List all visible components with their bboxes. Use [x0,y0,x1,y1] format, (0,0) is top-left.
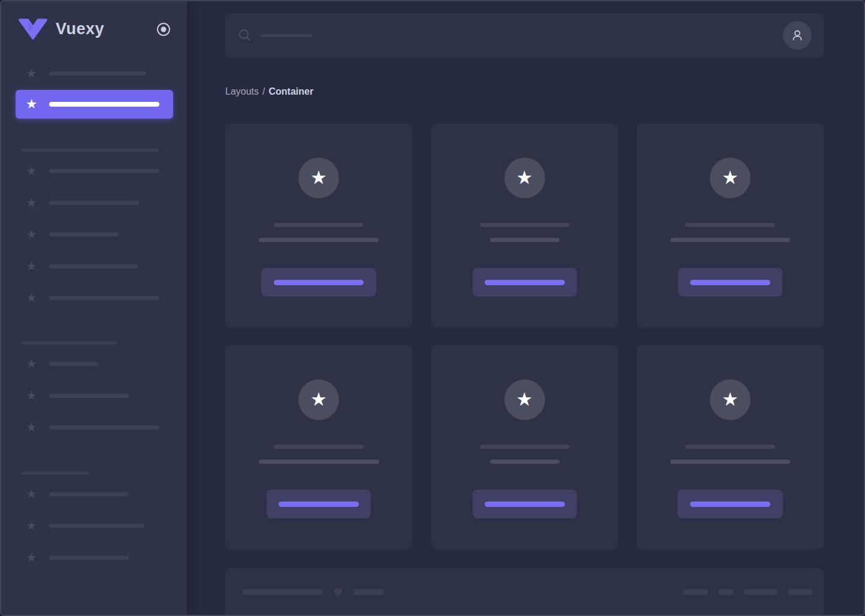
star-icon: ★ [516,168,533,187]
sidebar-item[interactable]: ★ [16,195,173,210]
main-content: Layouts/Container ★ ★ ★ [187,1,864,615]
footer: ♥ [225,568,824,616]
button-label-placeholder [485,280,565,285]
person-icon [790,28,804,43]
nav-label-placeholder [49,425,159,430]
star-icon: ★ [722,168,739,187]
sidebar-item[interactable]: ★ [16,550,173,564]
demo-card: ★ [637,123,824,328]
sidebar-item[interactable]: ★ [16,388,173,403]
card-action-button[interactable] [678,268,782,297]
brand-header: Vuexy [18,18,171,40]
nav-label-placeholder [49,296,159,300]
sidebar-item[interactable]: ★ [16,357,173,371]
star-icon: ★ [25,228,38,240]
card-title-placeholder [274,223,364,227]
sidebar: Vuexy ★ ★ ★ ★ ★ [1,1,187,615]
card-title-placeholder [274,445,364,449]
card-action-button[interactable] [267,490,371,518]
vuexy-logo-icon[interactable] [18,18,48,40]
nav-label-placeholder [49,394,129,398]
app-window: Vuexy ★ ★ ★ ★ ★ [0,0,865,616]
breadcrumb: Layouts/Container [225,86,313,97]
sidebar-item[interactable]: ★ [16,291,173,305]
breadcrumb-current: Container [269,86,314,96]
footer-link-placeholder[interactable] [744,589,778,595]
card-action-button[interactable] [473,490,577,518]
nav-label-placeholder [49,492,129,496]
card-avatar: ★ [298,379,339,420]
sidebar-item[interactable]: ★ [16,227,173,241]
star-icon: ★ [25,165,38,177]
nav-label-placeholder [49,102,159,107]
card-text-placeholder [259,238,379,242]
nav-label-placeholder [49,201,139,205]
sidebar-item[interactable]: ★ [16,518,173,533]
sidebar-item[interactable]: ★ [16,259,173,273]
star-icon: ★ [722,390,739,409]
search-placeholder [261,34,312,37]
footer-text-placeholder [243,589,323,595]
footer-link-placeholder[interactable] [718,589,734,595]
star-icon: ★ [25,520,38,532]
card-title-placeholder [685,445,775,449]
demo-card: ★ [431,345,618,549]
card-grid: ★ ★ ★ [225,123,824,549]
card-avatar: ★ [298,158,339,198]
button-label-placeholder [485,502,565,507]
nav-label-placeholder [49,169,159,173]
sidebar-section-label [21,472,89,475]
nav-label-placeholder [49,232,119,237]
sidebar-item[interactable]: ★ [16,164,173,178]
star-icon: ★ [25,197,38,209]
card-avatar: ★ [710,379,751,420]
sidebar-section-label [21,342,117,345]
star-icon: ★ [25,488,38,500]
demo-card: ★ [225,123,412,328]
star-icon: ★ [25,98,38,111]
button-label-placeholder [690,280,770,285]
search-bar[interactable] [225,13,824,58]
footer-link-placeholder[interactable] [683,589,708,595]
button-label-placeholder [274,280,364,285]
heart-icon: ♥ [333,585,343,599]
footer-links [683,589,813,595]
sidebar-item-active[interactable]: ★ [16,90,173,119]
star-icon: ★ [310,168,327,187]
star-icon: ★ [25,421,38,433]
card-avatar: ★ [710,158,751,198]
footer-link-placeholder[interactable] [788,589,813,595]
star-icon: ★ [25,551,38,563]
user-avatar-button[interactable] [783,21,812,50]
breadcrumb-separator: / [262,86,265,96]
star-icon: ★ [25,358,38,370]
star-icon: ★ [25,67,38,79]
card-action-button[interactable] [473,268,577,297]
card-action-button[interactable] [261,268,376,297]
brand-name: Vuexy [56,20,104,38]
card-action-button[interactable] [678,490,783,518]
card-text-placeholder [670,460,790,464]
sidebar-item[interactable]: ★ [16,420,173,434]
nav-label-placeholder [49,362,98,366]
card-title-placeholder [480,445,570,449]
card-text-placeholder [259,460,379,464]
star-icon: ★ [25,292,38,304]
nav-label-placeholder [49,555,129,560]
sidebar-section-label [21,149,159,152]
star-icon: ★ [310,390,327,409]
demo-card: ★ [637,345,824,549]
breadcrumb-parent[interactable]: Layouts [225,86,259,96]
star-icon: ★ [516,390,533,409]
card-avatar: ★ [504,158,545,198]
search-icon [238,29,252,42]
nav-label-placeholder [49,264,138,268]
sidebar-item[interactable]: ★ [16,66,173,80]
demo-card: ★ [225,345,412,549]
footer-content: ♥ [243,585,813,599]
nav-label-placeholder [49,71,146,76]
sidebar-item[interactable]: ★ [16,487,173,501]
button-label-placeholder [690,502,770,507]
menu-pin-toggle-icon[interactable] [156,22,171,37]
star-icon: ★ [25,260,38,272]
